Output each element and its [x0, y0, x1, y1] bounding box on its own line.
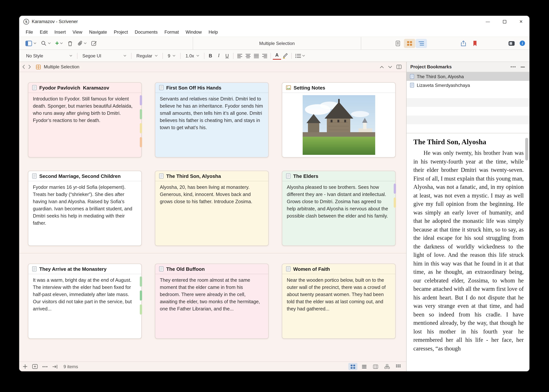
view-outline-button[interactable] — [416, 39, 427, 48]
menu-insert[interactable]: Insert — [51, 29, 69, 35]
cards-grid-icon — [350, 364, 356, 369]
menu-help[interactable]: Help — [205, 29, 221, 35]
add-group-button[interactable] — [32, 364, 38, 369]
previous-document-button[interactable] — [380, 65, 384, 68]
line-spacing-select[interactable]: 1.0x — [183, 52, 202, 59]
add-document-button[interactable] — [23, 364, 28, 369]
columns-view-button[interactable] — [371, 363, 380, 370]
index-card[interactable]: Fyodor Pavlovich Karamazov Introduction … — [28, 82, 142, 157]
compose-button[interactable] — [89, 40, 99, 46]
cards-view-button[interactable] — [348, 363, 357, 370]
share-button[interactable] — [461, 40, 466, 46]
quick-reference-button[interactable] — [508, 41, 515, 46]
font-select[interactable]: Segoe UI — [79, 52, 129, 59]
columns-icon — [373, 364, 378, 369]
italic-button[interactable]: I — [215, 52, 223, 59]
style-select[interactable]: No Style — [23, 52, 75, 59]
bookmark-item[interactable]: Lizaveta Smerdyashchaya — [406, 81, 529, 90]
add-item-button[interactable]: + — [53, 40, 65, 46]
bold-button[interactable]: B — [206, 52, 215, 59]
align-left-button[interactable] — [235, 52, 244, 59]
label-view-button[interactable] — [360, 363, 369, 370]
chevron-down-icon — [124, 55, 126, 57]
layout-icon — [25, 40, 33, 46]
editor-title: Multiple Selection — [44, 64, 79, 70]
menu-edit[interactable]: Edit — [36, 29, 51, 35]
menu-file[interactable]: File — [22, 29, 36, 35]
index-card[interactable]: Second Marriage, Second Children Fyodor … — [28, 171, 142, 246]
index-card[interactable]: They Arrive at the Monastery It was a wa… — [28, 264, 142, 339]
chevron-down-icon — [60, 42, 63, 44]
title-bar[interactable]: S Karamazov - Scrivener — ✕ — [19, 16, 529, 27]
index-card[interactable]: First Son Off His Hands Servants and rel… — [155, 82, 269, 157]
share-icon — [461, 40, 466, 46]
index-card[interactable]: Setting Notes — [282, 82, 396, 157]
index-card[interactable]: The Third Son, Alyosha Alyosha, 20, has … — [155, 171, 269, 246]
menu-window[interactable]: Window — [182, 29, 205, 35]
collapse-button[interactable] — [521, 66, 525, 67]
chevron-down-icon — [34, 42, 36, 44]
chevron-down-icon — [302, 55, 305, 57]
align-left-icon — [237, 53, 242, 58]
menu-format[interactable]: Format — [161, 29, 182, 35]
line-spacing-value: 1.0x — [185, 53, 194, 58]
document-icon — [410, 74, 414, 79]
back-button[interactable] — [22, 65, 25, 69]
bookmark-empty-row — [406, 107, 529, 116]
layout-button[interactable] — [23, 40, 39, 46]
forward-button[interactable] — [28, 65, 31, 69]
corkboard-options — [348, 363, 403, 370]
view-corkboard-button[interactable] — [404, 39, 415, 48]
arrange-by-button[interactable] — [382, 363, 392, 370]
font-size-select[interactable]: 9 — [165, 52, 178, 59]
card-title: Setting Notes — [293, 85, 325, 91]
align-center-icon — [245, 53, 251, 58]
index-card[interactable]: The Old Buffoon They entered the room al… — [155, 264, 269, 339]
document-icon — [410, 83, 414, 88]
more-options-button[interactable] — [42, 366, 48, 367]
bookmark-preview[interactable]: The Third Son, Alyosha He was only twent… — [406, 133, 529, 371]
minimize-button[interactable]: — — [479, 16, 496, 27]
next-document-button[interactable] — [388, 65, 392, 68]
toolbar-document-title[interactable]: Multiple Selection — [193, 37, 361, 49]
menu-view[interactable]: View — [69, 29, 86, 35]
font-variant-select[interactable]: Regular — [133, 52, 161, 59]
menu-bar: File Edit Insert View Navigate Project D… — [19, 27, 529, 37]
bookmark-button[interactable] — [473, 40, 477, 46]
menu-documents[interactable]: Documents — [131, 29, 161, 35]
highlighter-icon — [283, 53, 288, 59]
bookmark-empty-row — [406, 124, 529, 133]
index-card[interactable]: The Elders Alyosha pleased to see brothe… — [282, 171, 396, 246]
card-synopsis: It was a warm, bright day at the end of … — [28, 274, 141, 313]
corkboard[interactable]: Fyodor Pavlovich Karamazov Introduction … — [19, 72, 406, 361]
align-right-button[interactable] — [260, 52, 269, 59]
maximize-button[interactable] — [496, 16, 513, 27]
chevron-down-icon — [196, 55, 199, 57]
export-button[interactable] — [52, 364, 58, 369]
chevron-down-icon — [173, 55, 175, 57]
search-button[interactable] — [39, 40, 53, 46]
trash-button[interactable] — [65, 40, 75, 46]
menu-project[interactable]: Project — [110, 29, 131, 35]
list-button[interactable] — [293, 52, 307, 59]
card-size-button[interactable] — [394, 363, 403, 370]
underline-button[interactable]: U — [223, 52, 231, 59]
preview-scrollbar-thumb[interactable] — [525, 138, 528, 161]
align-justify-button[interactable] — [252, 52, 260, 59]
bookmark-item[interactable]: The Third Son, Alyosha — [406, 72, 529, 81]
bookmarks-more-button[interactable] — [510, 66, 516, 68]
align-center-button[interactable] — [244, 52, 252, 59]
preview-title: The Third Son, Alyosha — [413, 138, 522, 146]
text-color-button[interactable]: A — [273, 52, 281, 59]
split-editor-button[interactable] — [396, 65, 402, 69]
close-button[interactable]: ✕ — [513, 16, 529, 27]
highlight-button[interactable] — [281, 52, 289, 59]
inspector-info-button[interactable]: i — [520, 40, 525, 46]
view-document-button[interactable] — [392, 39, 404, 48]
card-title: First Son Off His Hands — [166, 85, 221, 91]
index-card[interactable]: Women of Faith Near the wooden portico b… — [282, 264, 396, 339]
card-synopsis: Alyosha pleased to see brothers. Sees ho… — [282, 181, 395, 220]
attach-button[interactable] — [75, 40, 89, 46]
card-title: The Old Buffoon — [166, 266, 205, 272]
menu-navigate[interactable]: Navigate — [86, 29, 111, 35]
